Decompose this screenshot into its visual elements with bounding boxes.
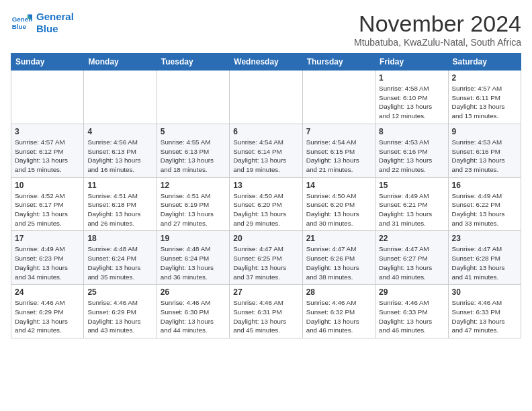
day-number: 3 <box>15 127 80 136</box>
day-info: Sunrise: 4:57 AM Sunset: 6:11 PM Dayligh… <box>452 84 517 121</box>
day-number: 23 <box>452 234 517 243</box>
day-info: Sunrise: 4:48 AM Sunset: 6:24 PM Dayligh… <box>87 244 152 281</box>
day-info: Sunrise: 4:54 AM Sunset: 6:15 PM Dayligh… <box>306 138 371 175</box>
svg-text:Blue: Blue <box>12 23 27 30</box>
calendar-cell: 2Sunrise: 4:57 AM Sunset: 6:11 PM Daylig… <box>448 71 521 124</box>
week-row-1: 3Sunrise: 4:57 AM Sunset: 6:12 PM Daylig… <box>11 124 521 177</box>
calendar-cell: 18Sunrise: 4:48 AM Sunset: 6:24 PM Dayli… <box>84 231 157 285</box>
day-info: Sunrise: 4:46 AM Sunset: 6:31 PM Dayligh… <box>233 298 298 335</box>
day-info: Sunrise: 4:46 AM Sunset: 6:32 PM Dayligh… <box>306 298 371 335</box>
day-info: Sunrise: 4:48 AM Sunset: 6:24 PM Dayligh… <box>161 244 226 281</box>
weekday-header-monday: Monday <box>84 54 157 71</box>
day-number: 6 <box>233 127 298 136</box>
calendar-cell: 27Sunrise: 4:46 AM Sunset: 6:31 PM Dayli… <box>230 285 302 338</box>
calendar-cell: 7Sunrise: 4:54 AM Sunset: 6:15 PM Daylig… <box>302 124 375 177</box>
day-info: Sunrise: 4:49 AM Sunset: 6:23 PM Dayligh… <box>15 244 80 281</box>
day-number: 9 <box>452 127 517 136</box>
day-number: 2 <box>452 73 517 83</box>
day-info: Sunrise: 4:58 AM Sunset: 6:10 PM Dayligh… <box>379 84 444 121</box>
weekday-header-saturday: Saturday <box>448 54 521 71</box>
day-info: Sunrise: 4:49 AM Sunset: 6:21 PM Dayligh… <box>379 191 444 228</box>
weekday-header-wednesday: Wednesday <box>230 54 302 71</box>
calendar-cell: 23Sunrise: 4:47 AM Sunset: 6:28 PM Dayli… <box>448 231 521 285</box>
calendar-cell: 3Sunrise: 4:57 AM Sunset: 6:12 PM Daylig… <box>11 124 84 177</box>
calendar-cell <box>11 71 84 124</box>
week-row-2: 10Sunrise: 4:52 AM Sunset: 6:17 PM Dayli… <box>11 177 521 231</box>
logo-icon: General Blue <box>11 12 32 34</box>
day-number: 14 <box>306 181 371 190</box>
day-info: Sunrise: 4:46 AM Sunset: 6:30 PM Dayligh… <box>161 298 226 335</box>
day-number: 25 <box>87 287 152 297</box>
day-number: 26 <box>161 287 226 297</box>
day-number: 28 <box>306 287 371 297</box>
calendar-cell: 14Sunrise: 4:50 AM Sunset: 6:20 PM Dayli… <box>302 177 375 231</box>
calendar-cell: 4Sunrise: 4:56 AM Sunset: 6:13 PM Daylig… <box>84 124 157 177</box>
weekday-header-friday: Friday <box>375 54 448 71</box>
calendar-cell: 25Sunrise: 4:46 AM Sunset: 6:29 PM Dayli… <box>84 285 157 338</box>
day-info: Sunrise: 4:57 AM Sunset: 6:12 PM Dayligh… <box>15 138 80 175</box>
day-info: Sunrise: 4:46 AM Sunset: 6:33 PM Dayligh… <box>452 298 517 335</box>
calendar-cell: 11Sunrise: 4:51 AM Sunset: 6:18 PM Dayli… <box>84 177 157 231</box>
day-info: Sunrise: 4:47 AM Sunset: 6:27 PM Dayligh… <box>379 244 444 281</box>
day-number: 19 <box>161 234 226 243</box>
day-number: 1 <box>379 73 444 83</box>
day-info: Sunrise: 4:47 AM Sunset: 6:26 PM Dayligh… <box>306 244 371 281</box>
calendar-cell: 21Sunrise: 4:47 AM Sunset: 6:26 PM Dayli… <box>302 231 375 285</box>
calendar-cell: 16Sunrise: 4:49 AM Sunset: 6:22 PM Dayli… <box>448 177 521 231</box>
day-number: 10 <box>15 181 80 190</box>
calendar-cell: 13Sunrise: 4:50 AM Sunset: 6:20 PM Dayli… <box>230 177 302 231</box>
day-info: Sunrise: 4:55 AM Sunset: 6:13 PM Dayligh… <box>161 138 226 175</box>
day-number: 11 <box>87 181 152 190</box>
calendar-cell: 8Sunrise: 4:53 AM Sunset: 6:16 PM Daylig… <box>375 124 448 177</box>
day-info: Sunrise: 4:47 AM Sunset: 6:28 PM Dayligh… <box>452 244 517 281</box>
day-number: 22 <box>379 234 444 243</box>
day-number: 15 <box>379 181 444 190</box>
month-title: November 2024 <box>354 11 521 37</box>
weekday-header-row: SundayMondayTuesdayWednesdayThursdayFrid… <box>11 54 521 71</box>
day-number: 16 <box>452 181 517 190</box>
day-number: 24 <box>15 287 80 297</box>
day-info: Sunrise: 4:52 AM Sunset: 6:17 PM Dayligh… <box>15 191 80 228</box>
day-number: 18 <box>87 234 152 243</box>
calendar-cell: 28Sunrise: 4:46 AM Sunset: 6:32 PM Dayli… <box>302 285 375 338</box>
calendar-cell: 22Sunrise: 4:47 AM Sunset: 6:27 PM Dayli… <box>375 231 448 285</box>
weekday-header-thursday: Thursday <box>302 54 375 71</box>
day-info: Sunrise: 4:46 AM Sunset: 6:29 PM Dayligh… <box>87 298 152 335</box>
day-number: 17 <box>15 234 80 243</box>
day-info: Sunrise: 4:51 AM Sunset: 6:18 PM Dayligh… <box>87 191 152 228</box>
calendar-cell: 9Sunrise: 4:53 AM Sunset: 6:16 PM Daylig… <box>448 124 521 177</box>
day-number: 21 <box>306 234 371 243</box>
week-row-3: 17Sunrise: 4:49 AM Sunset: 6:23 PM Dayli… <box>11 231 521 285</box>
calendar-cell: 20Sunrise: 4:47 AM Sunset: 6:25 PM Dayli… <box>230 231 302 285</box>
calendar-cell: 30Sunrise: 4:46 AM Sunset: 6:33 PM Dayli… <box>448 285 521 338</box>
day-info: Sunrise: 4:46 AM Sunset: 6:33 PM Dayligh… <box>379 298 444 335</box>
weekday-header-sunday: Sunday <box>11 54 84 71</box>
calendar-cell: 24Sunrise: 4:46 AM Sunset: 6:29 PM Dayli… <box>11 285 84 338</box>
day-info: Sunrise: 4:50 AM Sunset: 6:20 PM Dayligh… <box>233 191 298 228</box>
day-info: Sunrise: 4:50 AM Sunset: 6:20 PM Dayligh… <box>306 191 371 228</box>
calendar-cell: 5Sunrise: 4:55 AM Sunset: 6:13 PM Daylig… <box>157 124 229 177</box>
day-info: Sunrise: 4:49 AM Sunset: 6:22 PM Dayligh… <box>452 191 517 228</box>
day-number: 27 <box>233 287 298 297</box>
calendar-cell: 19Sunrise: 4:48 AM Sunset: 6:24 PM Dayli… <box>157 231 229 285</box>
calendar-cell: 29Sunrise: 4:46 AM Sunset: 6:33 PM Dayli… <box>375 285 448 338</box>
calendar-cell <box>157 71 229 124</box>
calendar-cell: 6Sunrise: 4:54 AM Sunset: 6:14 PM Daylig… <box>230 124 302 177</box>
day-number: 4 <box>87 127 152 136</box>
day-number: 5 <box>161 127 226 136</box>
logo-text: General Blue <box>36 11 74 35</box>
calendar-cell <box>230 71 302 124</box>
day-info: Sunrise: 4:53 AM Sunset: 6:16 PM Dayligh… <box>452 138 517 175</box>
day-number: 12 <box>161 181 226 190</box>
day-info: Sunrise: 4:47 AM Sunset: 6:25 PM Dayligh… <box>233 244 298 281</box>
day-number: 29 <box>379 287 444 297</box>
calendar-cell <box>84 71 157 124</box>
day-number: 7 <box>306 127 371 136</box>
calendar-cell <box>302 71 375 124</box>
day-info: Sunrise: 4:54 AM Sunset: 6:14 PM Dayligh… <box>233 138 298 175</box>
week-row-0: 1Sunrise: 4:58 AM Sunset: 6:10 PM Daylig… <box>11 71 521 124</box>
calendar-table: SundayMondayTuesdayWednesdayThursdayFrid… <box>11 53 521 338</box>
day-number: 30 <box>452 287 517 297</box>
day-number: 13 <box>233 181 298 190</box>
day-number: 20 <box>233 234 298 243</box>
